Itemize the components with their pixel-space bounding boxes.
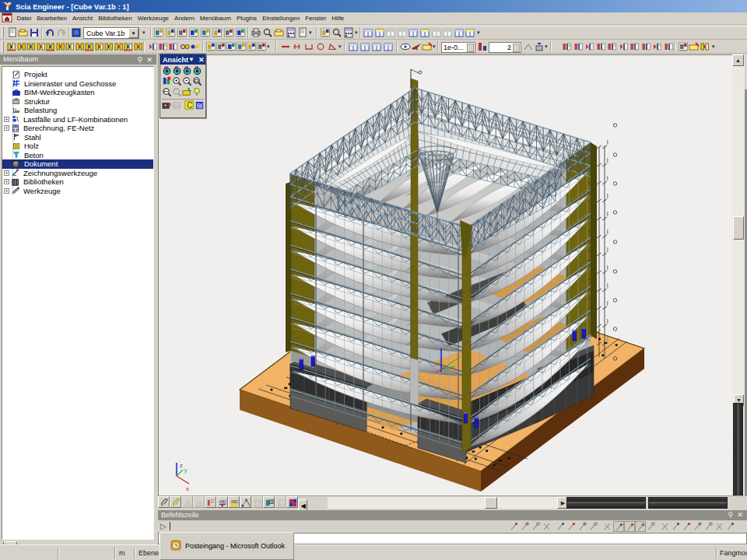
svg-text:z: z [180, 463, 183, 468]
svg-text:x: x [186, 485, 189, 492]
svg-text:ABC: ABC [231, 500, 239, 504]
svg-text:C: C [187, 101, 192, 110]
svg-text:y: y [184, 467, 188, 474]
svg-text:P: P [197, 102, 201, 109]
svg-text:Ga: Ga [174, 103, 181, 108]
svg-text:ABC: ABC [219, 500, 227, 504]
